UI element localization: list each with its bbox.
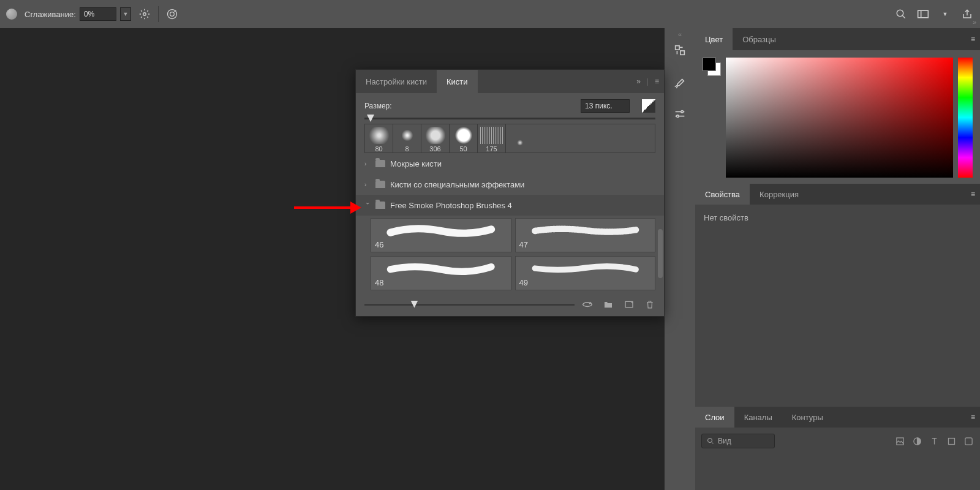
tab-swatches[interactable]: Образцы [733, 28, 786, 50]
right-panels: Цвет Образцы ≡ Свойства Коррекция ≡ Нет … [695, 28, 980, 490]
brushes-bottom-bar [356, 295, 664, 316]
panel-dock-strip [665, 28, 695, 490]
brush-item[interactable]: 46 [371, 218, 511, 252]
chevron-right-icon: › [364, 160, 371, 167]
smoothing-control: Сглаживание: ▼ [24, 7, 131, 21]
tab-brushes[interactable]: Кисти [437, 70, 478, 93]
options-left: Сглаживание: ▼ [6, 6, 178, 22]
tab-adjustments[interactable]: Коррекция [750, 184, 809, 205]
filter-image-icon[interactable] [894, 435, 905, 447]
recent-brush[interactable]: 50 [450, 124, 478, 153]
brush-grid: 46 47 48 49 [356, 216, 664, 295]
size-label: Размер: [364, 102, 407, 110]
slider-thumb-icon[interactable] [410, 301, 418, 308]
adjustments-icon[interactable] [673, 107, 687, 121]
options-bar: Сглаживание: ▼ ▼ [0, 0, 980, 28]
chevron-down-icon: › [364, 202, 371, 208]
gear-icon[interactable] [138, 8, 151, 20]
properties-panel: Нет свойств [695, 205, 980, 407]
chevron-down-icon[interactable]: ▼ [938, 8, 952, 20]
workspace-icon[interactable] [916, 8, 930, 20]
size-input[interactable] [581, 99, 630, 113]
recent-brush[interactable]: 8 [393, 124, 421, 153]
target-icon[interactable] [166, 8, 178, 20]
flip-sample-icon[interactable] [642, 99, 655, 113]
svg-rect-12 [948, 438, 954, 444]
tab-color[interactable]: Цвет [695, 28, 733, 50]
options-right: ▼ [894, 8, 974, 20]
collapse-icon[interactable]: » [636, 77, 641, 86]
smoothing-label: Сглаживание: [24, 10, 76, 19]
filter-smart-icon[interactable] [963, 435, 974, 447]
svg-rect-4 [918, 10, 929, 18]
tab-channels[interactable]: Каналы [734, 407, 782, 428]
recent-brush[interactable] [506, 124, 534, 153]
tab-layers[interactable]: Слои [695, 407, 734, 428]
brush-item[interactable]: 47 [515, 218, 656, 252]
tab-paths[interactable]: Контуры [782, 407, 833, 428]
svg-point-8 [677, 115, 679, 118]
trash-icon[interactable] [644, 299, 655, 310]
folder-icon [375, 181, 385, 188]
size-slider[interactable] [356, 115, 664, 124]
color-panel [695, 50, 980, 184]
svg-point-0 [143, 13, 146, 16]
no-properties-label: Нет свойств [704, 213, 748, 222]
recent-brush[interactable]: 175 [478, 124, 506, 153]
foreground-swatch[interactable] [703, 58, 716, 71]
panel-menu-icon[interactable]: ≡ [655, 77, 659, 86]
brush-folder-open[interactable]: › Free Smoke Photoshop Brushes 4 [356, 195, 664, 216]
layer-filter-row: Вид [701, 434, 974, 448]
brushes-panel: Настройки кисти Кисти » | ≡ Размер: 80 8… [355, 69, 665, 317]
filter-adjust-icon[interactable] [911, 435, 922, 447]
share-icon[interactable] [960, 8, 974, 20]
filter-text-icon[interactable] [929, 435, 940, 447]
tab-properties[interactable]: Свойства [695, 184, 750, 205]
color-tabs: Цвет Образцы ≡ [695, 28, 980, 50]
brush-item[interactable]: 48 [371, 256, 511, 290]
thumbnail-size-slider[interactable] [364, 304, 575, 306]
props-tabs: Свойства Коррекция ≡ [695, 184, 980, 205]
recent-brush[interactable]: 80 [365, 124, 393, 153]
new-folder-icon[interactable] [603, 299, 614, 310]
layer-filter-icons [894, 435, 974, 447]
brush-item[interactable]: 49 [515, 256, 656, 290]
smoothing-dropdown[interactable]: ▼ [120, 7, 131, 21]
panel-menu-icon[interactable]: ≡ [971, 190, 975, 198]
fgbg-swatches[interactable] [703, 58, 721, 76]
brush-size-row: Размер: [356, 93, 664, 115]
folder-open-icon [375, 202, 385, 209]
panel-menu-icon[interactable]: ≡ [971, 413, 975, 421]
panel-controls: » | ≡ [636, 77, 659, 86]
history-icon[interactable] [673, 43, 687, 58]
svg-rect-5 [676, 46, 679, 50]
hue-strip[interactable] [958, 58, 973, 178]
filter-shape-icon[interactable] [946, 435, 957, 447]
color-picker-field[interactable] [726, 58, 953, 178]
layers-panel: Вид [695, 428, 980, 490]
panel-menu-icon[interactable]: ≡ [971, 35, 975, 43]
recent-brushes-row: 80 8 306 50 175 [364, 124, 655, 153]
brushes-tabs: Настройки кисти Кисти » | ≡ [356, 70, 664, 93]
svg-rect-13 [965, 437, 971, 444]
brush-folders: › Мокрые кисти › Кисти со специальными э… [356, 153, 664, 295]
recent-brush[interactable]: 306 [421, 124, 450, 153]
brush-folder[interactable]: › Кисти со специальными эффектами [356, 174, 664, 195]
search-icon[interactable] [894, 8, 908, 20]
brush-panel-icon[interactable] [673, 75, 687, 89]
svg-point-9 [708, 439, 712, 443]
scrollbar-thumb[interactable] [658, 229, 663, 278]
tab-brush-settings[interactable]: Настройки кисти [356, 70, 437, 93]
svg-point-7 [681, 111, 684, 113]
new-brush-icon[interactable] [624, 299, 635, 310]
folder-icon [375, 160, 385, 167]
layer-filter-dropdown[interactable]: Вид [701, 434, 775, 448]
brush-folder[interactable]: › Мокрые кисти [356, 153, 664, 174]
brush-preset-icon[interactable] [6, 9, 17, 20]
toggle-preview-icon[interactable] [582, 299, 593, 310]
smoothing-input[interactable] [80, 7, 116, 21]
svg-rect-6 [680, 51, 684, 55]
chevron-right-icon: › [364, 181, 371, 188]
layers-tabs: Слои Каналы Контуры ≡ [695, 407, 980, 428]
svg-point-2 [170, 12, 175, 17]
